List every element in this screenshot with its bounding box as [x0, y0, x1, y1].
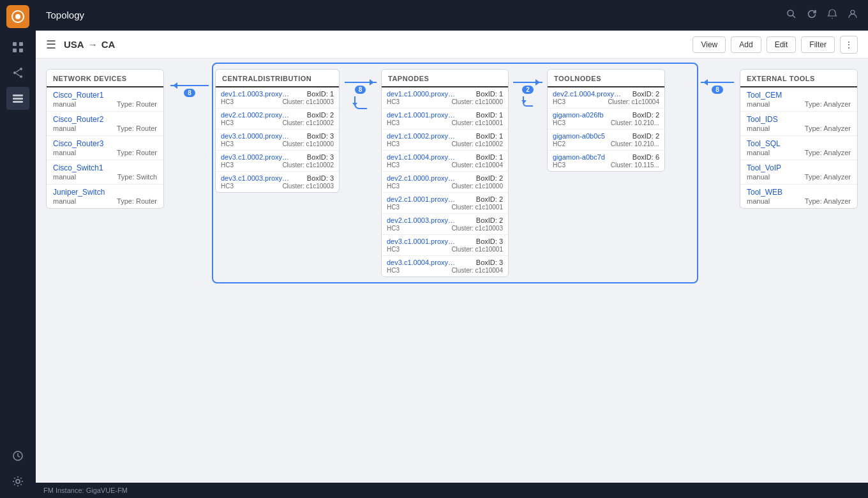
node-boxid: BoxID: 2 [632, 90, 659, 98]
tool-name: Tool_CEM [747, 91, 851, 100]
arrow-central-to-tap: 8 [340, 69, 381, 109]
tool-sql[interactable]: Tool_SQL manual Type: Analyzer [740, 136, 857, 160]
central-node-4[interactable]: dev3.c1.0002.proxy-c... BoxID: 3 HC3 Clu… [216, 151, 339, 172]
tool-type-label: manual [747, 197, 770, 205]
tap-node-2[interactable]: dev1.c1.0001.proxy-c... BoxID: 1 HC3 Clu… [382, 109, 508, 130]
node-boxid: BoxID: 2 [632, 132, 659, 140]
network-devices-panel: NETWORK DEVICES Cisco_Router1 manual Typ… [46, 69, 164, 209]
grouped-section: CentralDistribution dev1.c1.0003.proxy-c… [215, 69, 695, 277]
node-cluster: Cluster: c1c10003 [282, 98, 334, 105]
more-options-icon[interactable]: ⋮ [840, 36, 858, 54]
tap-node-6[interactable]: dev2.c1.0001.proxy-c... BoxID: 2 HC3 Clu… [382, 193, 508, 214]
node-name: dev3.c1.0002.proxy-c... [221, 153, 291, 161]
central-node-2[interactable]: dev2.c1.0002.proxy-c... BoxID: 2 HC3 Clu… [216, 109, 339, 130]
node-hc: HC3 [387, 183, 400, 190]
node-cluster: Cluster: c1c10003 [282, 183, 334, 190]
hamburger-icon[interactable]: ☰ [46, 38, 56, 52]
tool-meta: manual Type: Analyzer [747, 149, 851, 156]
tool-node-1[interactable]: dev2.c1.0004.proxy-c... BoxID: 2 HC3 Clu… [548, 87, 664, 109]
svg-rect-13 [13, 101, 23, 103]
tap-node-9[interactable]: dev3.c1.0004.proxy-c... BoxID: 3 HC3 Clu… [382, 256, 508, 276]
central-node-3[interactable]: dev3.c1.0000.proxy-c... BoxID: 3 HC3 Clu… [216, 130, 339, 151]
tap-node-3[interactable]: dev1.c1.0002.proxy-c... BoxID: 1 HC3 Clu… [382, 130, 508, 151]
device-type-label: manual [53, 197, 76, 205]
view-button[interactable]: View [692, 36, 726, 53]
refresh-icon[interactable] [807, 9, 817, 22]
statusbar: FM Instance: GigaVUE-FM [36, 483, 868, 498]
node-boxid: BoxID: 2 [476, 195, 503, 203]
device-type: Type: Router [117, 197, 157, 205]
sidebar-icon-topology[interactable] [6, 87, 29, 110]
tap-node-1[interactable]: dev1.c1.0000.proxy-c... BoxID: 1 HC3 Clu… [382, 87, 508, 109]
central-node-1[interactable]: dev1.c1.0003.proxy-c... BoxID: 1 HC3 Clu… [216, 87, 339, 109]
node-name: dev2.c1.0004.proxy-c... [553, 90, 623, 98]
node-name: dev1.c1.0002.proxy-c... [387, 132, 457, 140]
tool-cem[interactable]: Tool_CEM manual Type: Analyzer [740, 87, 857, 112]
svg-point-7 [13, 72, 16, 74]
tool-ext-badge: 8 [712, 86, 723, 94]
add-button[interactable]: Add [731, 36, 761, 53]
app-logo[interactable] [6, 5, 29, 28]
device-type-label: manual [53, 173, 76, 181]
breadcrumb-right: CA [101, 39, 116, 50]
svg-point-19 [851, 10, 855, 14]
device-cisco-router2[interactable]: Cisco_Router2 manual Type: Router [47, 112, 163, 136]
svg-line-9 [16, 70, 20, 72]
node-hc: HC3 [221, 183, 234, 190]
breadcrumb-left: USA [64, 39, 84, 50]
node-cluster: Cluster: c1c10004 [608, 98, 659, 105]
node-name: dev3.c1.0003.proxy-c... [221, 174, 291, 182]
sidebar-icon-dashboard[interactable] [6, 36, 29, 59]
device-name: Cisco_Switch1 [53, 163, 157, 172]
tool-type-label: manual [747, 100, 770, 108]
sidebar-icon-settings[interactable] [6, 470, 29, 493]
tool-voip[interactable]: Tool_VoIP manual Type: Analyzer [740, 160, 857, 185]
device-name: Cisco_Router1 [53, 91, 157, 100]
tap-node-5[interactable]: dev2.c1.0000.proxy-c... BoxID: 2 HC3 Clu… [382, 172, 508, 193]
node-boxid: BoxID: 3 [476, 259, 503, 266]
tool-type: Type: Analyzer [805, 149, 851, 156]
tap-node-4[interactable]: dev1.c1.0004.proxy-c... BoxID: 1 HC3 Clu… [382, 151, 508, 172]
tool-node-3[interactable]: gigamon-a0b0c5 BoxID: 2 HC2 Cluster: 10.… [548, 130, 664, 151]
node-hc: HC3 [387, 204, 400, 211]
tap-node-8[interactable]: dev3.c1.0001.proxy-c... BoxID: 3 HC3 Clu… [382, 235, 508, 256]
tool-node-4[interactable]: gigamon-a0bc7d BoxID: 6 HC3 Cluster: 10.… [548, 151, 664, 171]
device-meta: manual Type: Router [53, 149, 157, 156]
tool-type-label: manual [747, 173, 770, 181]
svg-rect-12 [13, 98, 23, 100]
search-icon[interactable] [786, 9, 797, 22]
sidebar-icon-history[interactable] [6, 444, 29, 467]
central-node-5[interactable]: dev3.c1.0003.proxy-c... BoxID: 3 HC3 Clu… [216, 172, 339, 192]
device-juniper-switch[interactable]: Juniper_Switch manual Type: Router [47, 185, 163, 208]
node-cluster: Cluster: c1c10001 [451, 204, 503, 211]
tool-node-2[interactable]: gigamon-a026fb BoxID: 2 HC3 Cluster: 10.… [548, 109, 664, 130]
sidebar-icon-share[interactable] [6, 61, 29, 84]
tool-meta: manual Type: Analyzer [747, 173, 851, 181]
user-icon[interactable] [848, 9, 858, 22]
node-boxid: BoxID: 3 [476, 238, 503, 245]
tool-type: Type: Analyzer [805, 124, 851, 132]
topbar-icons [786, 9, 858, 22]
tool-name: Tool_SQL [747, 139, 851, 148]
node-cluster: Cluster: 10.210... [611, 140, 659, 147]
device-cisco-router1[interactable]: Cisco_Router1 manual Type: Router [47, 87, 163, 112]
device-cisco-switch1[interactable]: Cisco_Switch1 manual Type: Switch [47, 160, 163, 185]
tool-web[interactable]: Tool_WEB manual Type: Analyzer [740, 185, 857, 208]
node-hc: HC3 [387, 267, 400, 274]
tool-ids[interactable]: Tool_IDS manual Type: Analyzer [740, 112, 857, 136]
node-name: dev3.c1.0004.proxy-c... [387, 259, 457, 266]
tap-node-7[interactable]: dev2.c1.0003.proxy-c... BoxID: 2 HC3 Clu… [382, 214, 508, 235]
device-cisco-router3[interactable]: Cisco_Router3 manual Type: Router [47, 136, 163, 160]
node-name: dev2.c1.0000.proxy-c... [387, 174, 457, 182]
bell-icon[interactable] [827, 9, 837, 22]
edit-button[interactable]: Edit [767, 36, 797, 53]
tool-meta: manual Type: Analyzer [747, 124, 851, 132]
sidebar [0, 0, 36, 498]
device-name: Cisco_Router2 [53, 115, 157, 124]
tap-nodes-panel: TapNodes dev1.c1.0000.proxy-c... BoxID: … [381, 69, 509, 277]
node-name: dev2.c1.0001.proxy-c... [387, 195, 457, 203]
node-name: gigamon-a026fb [553, 111, 604, 119]
filter-button[interactable]: Filter [801, 36, 835, 53]
node-cluster: Cluster: c1c10004 [451, 162, 503, 169]
breadcrumb-arrow: → [88, 39, 98, 50]
